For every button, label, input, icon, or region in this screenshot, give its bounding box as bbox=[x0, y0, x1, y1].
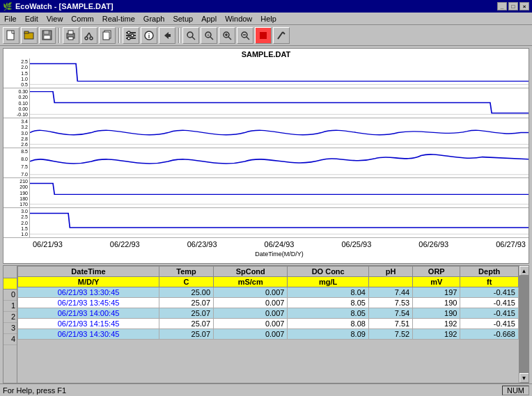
tool-open[interactable] bbox=[21, 27, 38, 44]
tool-zoom-out[interactable] bbox=[237, 27, 253, 44]
cell-2-1: 25.07 bbox=[159, 308, 214, 319]
tool-info[interactable]: i bbox=[141, 27, 157, 44]
menu-realtime[interactable]: Real-time bbox=[98, 13, 139, 24]
title-bar-left: 🌿 EcoWatch - [SAMPLE.DAT] bbox=[3, 2, 114, 11]
app-title: EcoWatch - [SAMPLE.DAT] bbox=[15, 2, 114, 10]
table-body: 06/21/93 13:30:4525.000.0078.047.44197-0… bbox=[18, 287, 519, 340]
y-label-0: 2.5 2.0 1.5 1.0 0.5 bbox=[3, 58, 30, 88]
cell-0-4: 7.44 bbox=[368, 287, 412, 298]
menu-setup[interactable]: Setup bbox=[169, 13, 197, 24]
toolbar-separator-1 bbox=[58, 28, 60, 43]
tool-search1[interactable] bbox=[182, 27, 199, 44]
chart-row-3: 8.5 8.0 7.5 7.0 bbox=[3, 148, 529, 178]
menu-appl[interactable]: Appl bbox=[197, 13, 221, 24]
menu-help[interactable]: Help bbox=[256, 13, 281, 24]
menu-window[interactable]: Window bbox=[221, 13, 256, 24]
tool-zoom-in[interactable] bbox=[219, 27, 235, 44]
unit-depth: ft bbox=[460, 277, 519, 287]
table-row-3[interactable]: 06/21/93 14:15:4525.070.0078.087.51192-0… bbox=[18, 319, 519, 329]
toolbar: i + bbox=[0, 25, 532, 46]
title-bar: 🌿 EcoWatch - [SAMPLE.DAT] _ □ × bbox=[0, 0, 532, 13]
tool-stop[interactable] bbox=[255, 27, 272, 44]
table-row-0[interactable]: 06/21/93 13:30:4525.000.0078.047.44197-0… bbox=[18, 287, 519, 298]
chart-area-1 bbox=[30, 88, 529, 118]
tool-settings[interactable] bbox=[123, 27, 139, 44]
menu-comm[interactable]: Comm bbox=[67, 13, 97, 24]
menu-graph[interactable]: Graph bbox=[139, 13, 169, 24]
svg-line-35 bbox=[247, 37, 249, 40]
col-header-ph: pH bbox=[368, 267, 412, 277]
title-bar-buttons: _ □ × bbox=[497, 2, 529, 10]
chart-row-4: 210 200 190 180 170 bbox=[3, 178, 529, 208]
unit-orp: mV bbox=[413, 277, 460, 287]
cell-0-0: 06/21/93 13:30:45 bbox=[18, 287, 159, 298]
tool-back[interactable] bbox=[159, 27, 175, 44]
svg-line-31 bbox=[228, 37, 231, 40]
app-icon: 🌿 bbox=[3, 2, 13, 11]
cell-4-2: 0.007 bbox=[214, 329, 288, 340]
tool-copy[interactable] bbox=[99, 27, 116, 44]
table-row-2[interactable]: 06/21/93 14:00:4525.070.0078.057.54190-0… bbox=[18, 308, 519, 319]
svg-rect-14 bbox=[103, 32, 109, 40]
svg-text:i: i bbox=[148, 33, 150, 40]
table-wrapper: 0 1 2 3 4 DateTime Temp SpCond DO Conc p… bbox=[3, 265, 529, 383]
tool-print[interactable] bbox=[63, 27, 79, 44]
row-num-1: 1 bbox=[3, 301, 17, 312]
chart-row-2: 3.4 3.2 3.0 2.8 2.6 bbox=[3, 118, 529, 148]
cell-2-0: 06/21/93 14:00:45 bbox=[18, 308, 159, 319]
cell-2-6: -0.415 bbox=[460, 308, 519, 319]
cell-3-4: 7.51 bbox=[368, 319, 412, 329]
svg-line-11 bbox=[86, 33, 89, 37]
cell-0-2: 0.007 bbox=[214, 287, 288, 298]
scroll-track[interactable] bbox=[519, 276, 529, 373]
menu-edit[interactable]: Edit bbox=[21, 13, 42, 24]
tool-edit[interactable] bbox=[273, 27, 290, 44]
menu-view[interactable]: View bbox=[42, 13, 68, 24]
cell-4-3: 8.09 bbox=[288, 329, 369, 340]
svg-rect-0 bbox=[7, 31, 14, 40]
menu-file[interactable]: File bbox=[0, 13, 21, 24]
cell-3-5: 192 bbox=[413, 319, 460, 329]
svg-rect-37 bbox=[260, 32, 267, 39]
chart-area-4 bbox=[30, 178, 529, 207]
svg-line-28 bbox=[210, 37, 213, 40]
tool-new[interactable] bbox=[3, 27, 19, 44]
table-scrollbar[interactable]: ▲ ▼ bbox=[519, 266, 529, 383]
graph-title: SAMPLE.DAT bbox=[3, 50, 529, 58]
scroll-down-arrow[interactable]: ▼ bbox=[519, 373, 529, 383]
cell-1-3: 8.05 bbox=[288, 298, 369, 308]
table-row-1[interactable]: 06/21/93 13:45:4525.070.0078.057.53190-0… bbox=[18, 298, 519, 308]
row-num-2: 2 bbox=[3, 312, 17, 323]
y-label-5: 3.0 2.5 2.0 1.5 1.0 bbox=[3, 208, 30, 237]
num-indicator: NUM bbox=[502, 386, 529, 395]
cell-3-6: -0.415 bbox=[460, 319, 519, 329]
tool-cut[interactable] bbox=[81, 27, 97, 44]
chart-area-3 bbox=[30, 148, 529, 177]
svg-rect-24 bbox=[169, 34, 171, 37]
unit-temp: C bbox=[159, 277, 214, 287]
tool-save[interactable] bbox=[39, 27, 56, 44]
maximize-button[interactable]: □ bbox=[508, 2, 518, 10]
cell-3-0: 06/21/93 14:15:45 bbox=[18, 319, 159, 329]
y-label-4: 210 200 190 180 170 bbox=[3, 178, 30, 207]
help-text: For Help, press F1 bbox=[3, 386, 66, 395]
cell-0-5: 197 bbox=[413, 287, 460, 298]
svg-point-19 bbox=[131, 34, 134, 37]
tool-search2[interactable]: + bbox=[201, 27, 217, 44]
status-bar: For Help, press F1 NUM bbox=[0, 383, 532, 396]
chart-row-5: 3.0 2.5 2.0 1.5 1.0 bbox=[3, 208, 529, 238]
unit-ph bbox=[368, 277, 412, 287]
close-button[interactable]: × bbox=[519, 2, 529, 10]
minimize-button[interactable]: _ bbox=[497, 2, 507, 10]
cell-4-5: 192 bbox=[413, 329, 460, 340]
cell-1-5: 190 bbox=[413, 298, 460, 308]
col-header-doconc: DO Conc bbox=[288, 267, 369, 277]
cell-3-3: 8.08 bbox=[288, 319, 369, 329]
cell-1-6: -0.415 bbox=[460, 298, 519, 308]
scroll-up-arrow[interactable]: ▲ bbox=[519, 266, 529, 276]
cell-0-3: 8.04 bbox=[288, 287, 369, 298]
svg-text:+: + bbox=[207, 33, 210, 38]
table-row-4[interactable]: 06/21/93 14:30:4525.070.0078.097.52192-0… bbox=[18, 329, 519, 340]
x-axis-labels: 06/21/93 06/22/93 06/23/93 06/24/93 06/2… bbox=[30, 238, 529, 251]
svg-point-18 bbox=[127, 31, 130, 34]
